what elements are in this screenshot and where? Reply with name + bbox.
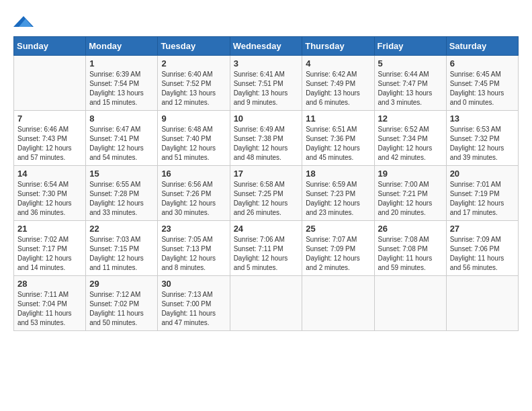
calendar-cell: 27Sunrise: 7:09 AM Sunset: 7:06 PM Dayli…	[446, 221, 518, 276]
day-number: 18	[306, 169, 370, 179]
calendar-cell	[14, 56, 86, 111]
day-info: Sunrise: 6:46 AM Sunset: 7:43 PM Dayligh…	[17, 125, 82, 163]
calendar-week-2: 7Sunrise: 6:46 AM Sunset: 7:43 PM Daylig…	[14, 111, 519, 166]
weekday-header-wednesday: Wednesday	[230, 37, 302, 56]
day-info: Sunrise: 7:05 AM Sunset: 7:13 PM Dayligh…	[161, 235, 226, 273]
weekday-header-row: SundayMondayTuesdayWednesdayThursdayFrid…	[14, 37, 519, 56]
calendar-cell: 18Sunrise: 6:59 AM Sunset: 7:23 PM Dayli…	[302, 166, 374, 221]
calendar-cell	[446, 276, 518, 331]
day-info: Sunrise: 7:03 AM Sunset: 7:15 PM Dayligh…	[89, 235, 154, 273]
day-info: Sunrise: 6:42 AM Sunset: 7:49 PM Dayligh…	[306, 70, 370, 107]
day-info: Sunrise: 6:55 AM Sunset: 7:28 PM Dayligh…	[89, 180, 154, 218]
day-info: Sunrise: 7:00 AM Sunset: 7:21 PM Dayligh…	[378, 180, 443, 218]
calendar-week-3: 14Sunrise: 6:54 AM Sunset: 7:30 PM Dayli…	[14, 166, 519, 221]
calendar-cell: 25Sunrise: 7:07 AM Sunset: 7:09 PM Dayli…	[302, 221, 374, 276]
calendar-cell: 4Sunrise: 6:42 AM Sunset: 7:49 PM Daylig…	[302, 56, 374, 111]
day-number: 11	[306, 113, 370, 124]
day-info: Sunrise: 7:11 AM Sunset: 7:04 PM Dayligh…	[17, 290, 82, 328]
day-info: Sunrise: 6:59 AM Sunset: 7:23 PM Dayligh…	[306, 180, 370, 218]
calendar-cell: 26Sunrise: 7:08 AM Sunset: 7:08 PM Dayli…	[374, 221, 446, 276]
day-number: 4	[306, 58, 370, 68]
calendar-week-5: 28Sunrise: 7:11 AM Sunset: 7:04 PM Dayli…	[14, 276, 519, 331]
day-info: Sunrise: 7:12 AM Sunset: 7:02 PM Dayligh…	[89, 290, 154, 328]
day-number: 3	[234, 58, 299, 68]
calendar-cell: 7Sunrise: 6:46 AM Sunset: 7:43 PM Daylig…	[14, 111, 86, 166]
calendar-cell: 24Sunrise: 7:06 AM Sunset: 7:11 PM Dayli…	[230, 221, 302, 276]
day-number: 15	[89, 169, 154, 179]
weekday-header-saturday: Saturday	[446, 37, 518, 56]
day-number: 12	[378, 113, 443, 124]
day-number: 29	[89, 279, 154, 289]
weekday-header-tuesday: Tuesday	[158, 37, 230, 56]
day-number: 21	[17, 224, 82, 234]
day-number: 22	[89, 224, 154, 234]
day-number: 6	[450, 58, 515, 68]
day-number: 7	[17, 113, 82, 124]
day-info: Sunrise: 7:01 AM Sunset: 7:19 PM Dayligh…	[450, 180, 515, 218]
calendar-cell: 21Sunrise: 7:02 AM Sunset: 7:17 PM Dayli…	[14, 221, 86, 276]
logo-icon	[13, 13, 34, 30]
day-info: Sunrise: 6:58 AM Sunset: 7:25 PM Dayligh…	[234, 180, 299, 218]
day-info: Sunrise: 6:54 AM Sunset: 7:30 PM Dayligh…	[17, 180, 82, 218]
calendar-body: 1Sunrise: 6:39 AM Sunset: 7:54 PM Daylig…	[14, 56, 519, 331]
calendar-cell: 8Sunrise: 6:47 AM Sunset: 7:41 PM Daylig…	[86, 111, 158, 166]
calendar-cell: 22Sunrise: 7:03 AM Sunset: 7:15 PM Dayli…	[86, 221, 158, 276]
calendar-table: SundayMondayTuesdayWednesdayThursdayFrid…	[13, 36, 519, 331]
day-info: Sunrise: 7:08 AM Sunset: 7:08 PM Dayligh…	[378, 235, 443, 273]
day-info: Sunrise: 6:47 AM Sunset: 7:41 PM Dayligh…	[89, 125, 154, 163]
logo	[13, 13, 36, 30]
day-number: 16	[161, 169, 226, 179]
calendar-cell: 10Sunrise: 6:49 AM Sunset: 7:38 PM Dayli…	[230, 111, 302, 166]
day-number: 9	[161, 113, 226, 124]
calendar-cell: 17Sunrise: 6:58 AM Sunset: 7:25 PM Dayli…	[230, 166, 302, 221]
weekday-header-friday: Friday	[374, 37, 446, 56]
calendar-cell: 20Sunrise: 7:01 AM Sunset: 7:19 PM Dayli…	[446, 166, 518, 221]
day-number: 19	[378, 169, 443, 179]
calendar-week-4: 21Sunrise: 7:02 AM Sunset: 7:17 PM Dayli…	[14, 221, 519, 276]
calendar-cell: 15Sunrise: 6:55 AM Sunset: 7:28 PM Dayli…	[86, 166, 158, 221]
day-number: 23	[161, 224, 226, 234]
weekday-header-thursday: Thursday	[302, 37, 374, 56]
day-info: Sunrise: 6:49 AM Sunset: 7:38 PM Dayligh…	[234, 125, 299, 163]
calendar-cell: 29Sunrise: 7:12 AM Sunset: 7:02 PM Dayli…	[86, 276, 158, 331]
day-info: Sunrise: 7:13 AM Sunset: 7:00 PM Dayligh…	[161, 290, 226, 328]
day-number: 10	[234, 113, 299, 124]
day-info: Sunrise: 7:06 AM Sunset: 7:11 PM Dayligh…	[234, 235, 299, 273]
day-number: 25	[306, 224, 370, 234]
day-info: Sunrise: 6:40 AM Sunset: 7:52 PM Dayligh…	[161, 70, 226, 107]
day-info: Sunrise: 6:53 AM Sunset: 7:32 PM Dayligh…	[450, 125, 515, 163]
calendar-cell: 13Sunrise: 6:53 AM Sunset: 7:32 PM Dayli…	[446, 111, 518, 166]
weekday-header-monday: Monday	[86, 37, 158, 56]
calendar-week-1: 1Sunrise: 6:39 AM Sunset: 7:54 PM Daylig…	[14, 56, 519, 111]
calendar-cell: 12Sunrise: 6:52 AM Sunset: 7:34 PM Dayli…	[374, 111, 446, 166]
calendar-cell	[374, 276, 446, 331]
day-number: 26	[378, 224, 443, 234]
day-number: 1	[89, 58, 154, 68]
day-number: 2	[161, 58, 226, 68]
day-info: Sunrise: 6:41 AM Sunset: 7:51 PM Dayligh…	[234, 70, 299, 107]
day-info: Sunrise: 6:45 AM Sunset: 7:45 PM Dayligh…	[450, 70, 515, 107]
day-number: 27	[450, 224, 515, 234]
calendar-cell: 19Sunrise: 7:00 AM Sunset: 7:21 PM Dayli…	[374, 166, 446, 221]
day-number: 20	[450, 169, 515, 179]
day-number: 17	[234, 169, 299, 179]
calendar-cell: 23Sunrise: 7:05 AM Sunset: 7:13 PM Dayli…	[158, 221, 230, 276]
day-info: Sunrise: 7:07 AM Sunset: 7:09 PM Dayligh…	[306, 235, 370, 273]
calendar-cell: 14Sunrise: 6:54 AM Sunset: 7:30 PM Dayli…	[14, 166, 86, 221]
day-number: 13	[450, 113, 515, 124]
calendar-cell: 28Sunrise: 7:11 AM Sunset: 7:04 PM Dayli…	[14, 276, 86, 331]
day-info: Sunrise: 6:39 AM Sunset: 7:54 PM Dayligh…	[89, 70, 154, 107]
calendar-cell: 9Sunrise: 6:48 AM Sunset: 7:40 PM Daylig…	[158, 111, 230, 166]
day-number: 8	[89, 113, 154, 124]
calendar-cell: 5Sunrise: 6:44 AM Sunset: 7:47 PM Daylig…	[374, 56, 446, 111]
day-number: 5	[378, 58, 443, 68]
calendar-cell	[230, 276, 302, 331]
calendar-cell: 6Sunrise: 6:45 AM Sunset: 7:45 PM Daylig…	[446, 56, 518, 111]
day-info: Sunrise: 7:09 AM Sunset: 7:06 PM Dayligh…	[450, 235, 515, 273]
day-number: 30	[161, 279, 226, 289]
calendar-cell	[302, 276, 374, 331]
weekday-header-sunday: Sunday	[14, 37, 86, 56]
calendar-cell: 16Sunrise: 6:56 AM Sunset: 7:26 PM Dayli…	[158, 166, 230, 221]
day-info: Sunrise: 6:48 AM Sunset: 7:40 PM Dayligh…	[161, 125, 226, 163]
day-number: 28	[17, 279, 82, 289]
